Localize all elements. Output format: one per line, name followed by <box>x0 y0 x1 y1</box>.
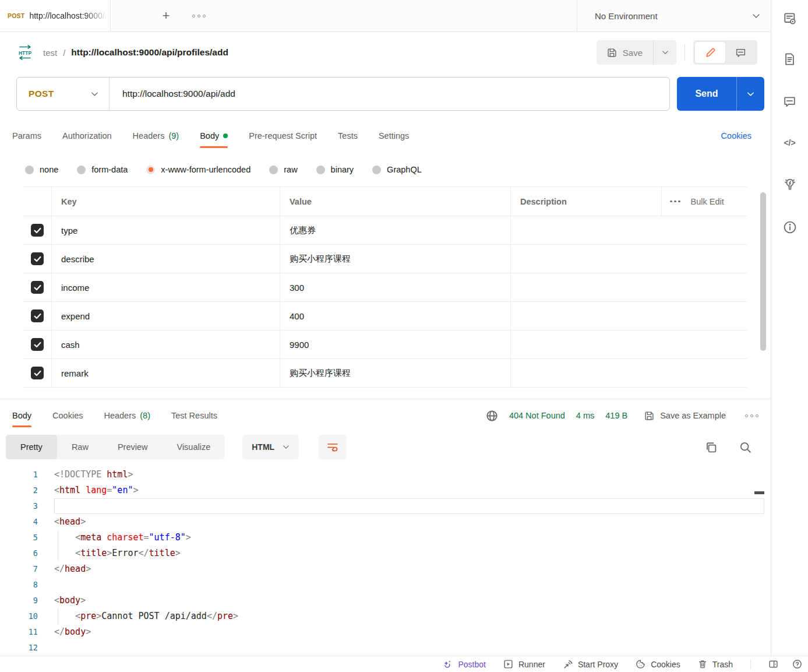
tab-body[interactable]: Body <box>200 118 228 153</box>
response-tab-headers[interactable]: Headers(8) <box>104 399 150 432</box>
code-snippet-button[interactable]: </> <box>779 133 800 153</box>
send-options-button[interactable] <box>736 77 764 111</box>
line-number: 12 <box>0 640 38 656</box>
wrap-lines-button[interactable] <box>319 435 347 459</box>
request-info-button[interactable] <box>778 216 802 239</box>
environment-selector[interactable]: No Environment <box>577 0 771 31</box>
documentation-button[interactable] <box>778 48 801 71</box>
edit-mode-button[interactable] <box>695 42 725 63</box>
view-raw[interactable]: Raw <box>57 435 103 459</box>
param-value[interactable]: 优惠券 <box>280 216 510 244</box>
format-selector[interactable]: HTML <box>242 435 299 459</box>
row-checkbox[interactable] <box>31 338 44 351</box>
panel-toggle-icon[interactable] <box>768 659 778 669</box>
help-icon[interactable] <box>792 659 802 669</box>
param-description[interactable] <box>510 216 747 244</box>
status-bar: Postbot Runner Start Proxy Cookies Trash <box>0 656 808 672</box>
code-editor[interactable]: 1<!DOCTYPE html>2<html lang="en">34<head… <box>0 462 771 656</box>
param-description[interactable] <box>510 302 747 330</box>
param-key[interactable]: describe <box>51 245 280 273</box>
response-options-icon[interactable] <box>742 411 762 421</box>
cookies-link[interactable]: Cookies <box>721 131 751 140</box>
comments-sidebar-button[interactable] <box>778 90 801 113</box>
view-preview[interactable]: Preview <box>103 435 163 459</box>
comments-button[interactable] <box>725 42 756 63</box>
tab-authorization[interactable]: Authorization <box>62 118 112 153</box>
breadcrumb-collection[interactable]: test <box>43 48 57 58</box>
param-description[interactable] <box>510 330 747 358</box>
row-checkbox[interactable] <box>31 252 44 265</box>
line-number: 3 <box>0 498 38 514</box>
tab-settings[interactable]: Settings <box>379 118 409 153</box>
tab-tests[interactable]: Tests <box>338 118 358 153</box>
row-checkbox[interactable] <box>31 281 44 294</box>
radio-icon <box>316 166 325 174</box>
response-size[interactable]: 419 B <box>605 411 627 420</box>
vertical-scrollbar[interactable] <box>760 192 766 351</box>
row-checkbox[interactable] <box>31 367 44 379</box>
param-value[interactable]: 300 <box>280 273 510 301</box>
param-key[interactable]: expend <box>51 302 280 330</box>
environment-quick-look-button[interactable] <box>778 7 802 30</box>
param-description[interactable] <box>510 359 747 387</box>
line-content: <html lang="en"> <box>54 483 764 498</box>
tab-pre-request-script[interactable]: Pre-request Script <box>249 118 317 153</box>
divider <box>684 44 685 61</box>
copy-icon[interactable] <box>705 441 717 453</box>
runner-button[interactable]: Runner <box>503 659 545 669</box>
response-time[interactable]: 4 ms <box>576 411 594 420</box>
trash-button[interactable]: Trash <box>698 659 733 669</box>
line-content <box>54 577 764 593</box>
column-value: Value <box>280 187 510 216</box>
mode-none[interactable]: none <box>25 165 58 174</box>
param-value[interactable]: 400 <box>280 302 510 330</box>
mode-binary[interactable]: binary <box>316 165 354 174</box>
param-value[interactable]: 购买小程序课程 <box>280 359 510 387</box>
save-as-example-button[interactable]: Save as Example <box>644 411 726 421</box>
param-value[interactable]: 9900 <box>280 330 510 358</box>
postbot-button[interactable]: Postbot <box>442 659 485 670</box>
param-key[interactable]: cash <box>51 330 280 358</box>
line-number: 4 <box>0 514 38 530</box>
mode-raw[interactable]: raw <box>269 165 297 174</box>
tab-options-icon[interactable] <box>188 10 210 22</box>
status-code[interactable]: 404 Not Found <box>509 411 565 420</box>
tab-params[interactable]: Params <box>12 118 41 153</box>
column-key: Key <box>51 187 280 216</box>
column-options-icon[interactable] <box>670 200 680 203</box>
request-title[interactable]: http://localhost:9000/api/profiles/add <box>71 47 228 58</box>
search-icon[interactable] <box>739 441 751 453</box>
response-tab-body[interactable]: Body <box>12 399 31 432</box>
save-options-button[interactable] <box>653 40 676 65</box>
table-row: type优惠券 <box>23 216 747 245</box>
svg-text:HTTP: HTTP <box>19 50 32 56</box>
response-tab-cookies[interactable]: Cookies <box>52 399 83 432</box>
bulk-edit-link[interactable]: Bulk Edit <box>691 197 724 206</box>
param-key[interactable]: type <box>51 216 280 244</box>
params-table: Key Value Description Bulk Edit type优惠券d… <box>23 187 747 388</box>
method-selector[interactable]: POST <box>17 78 109 110</box>
send-button[interactable]: Send <box>677 77 736 111</box>
param-key[interactable]: income <box>51 273 280 301</box>
code-line: 8 <box>0 577 771 593</box>
new-tab-button[interactable]: + <box>157 7 175 24</box>
start-proxy-button[interactable]: Start Proxy <box>563 659 618 669</box>
row-checkbox[interactable] <box>31 224 44 237</box>
param-description[interactable] <box>510 245 747 273</box>
param-description[interactable] <box>510 273 747 301</box>
view-pretty[interactable]: Pretty <box>6 435 57 459</box>
response-tab-test-results[interactable]: Test Results <box>171 399 217 432</box>
mode-x-www-form-urlencoded[interactable]: x-www-form-urlencoded <box>146 165 250 174</box>
mode-form-data[interactable]: form-data <box>77 165 128 174</box>
param-value[interactable]: 购买小程序课程 <box>280 245 510 273</box>
param-key[interactable]: remark <box>51 359 280 387</box>
url-input[interactable]: http://localhost:9000/api/add <box>110 89 235 99</box>
row-checkbox[interactable] <box>31 309 44 322</box>
save-button[interactable]: Save <box>597 40 653 65</box>
mode-graphql[interactable]: GraphQL <box>372 165 422 174</box>
related-requests-button[interactable] <box>778 173 802 196</box>
request-tab[interactable]: POST http://localhost:9000/ap <box>0 0 111 31</box>
view-visualize[interactable]: Visualize <box>162 435 225 459</box>
tab-headers[interactable]: Headers(9) <box>133 118 179 153</box>
cookies-button[interactable]: Cookies <box>636 659 680 669</box>
